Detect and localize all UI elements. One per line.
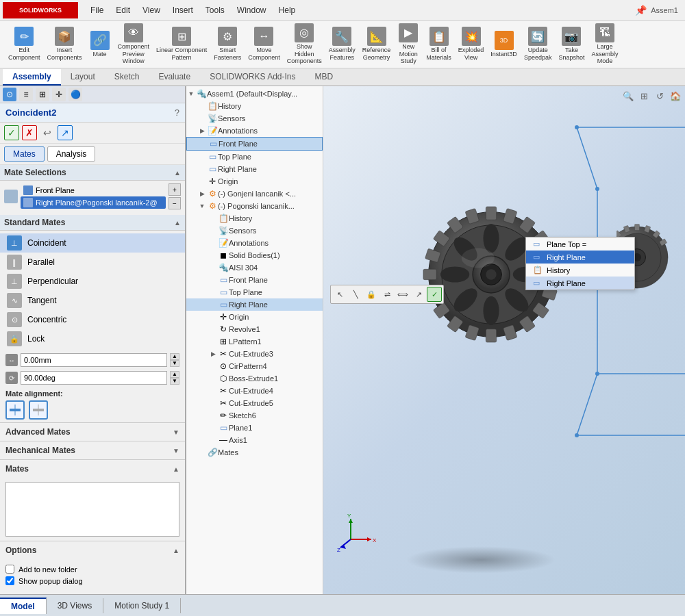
angle-down-btn[interactable]: ▼ xyxy=(170,378,179,385)
tree-node-top-plane2[interactable]: ▭ Top Plane xyxy=(186,286,323,298)
cancel-button[interactable]: ✗ xyxy=(22,125,37,140)
menu-help[interactable]: Help xyxy=(273,4,301,16)
float-external-btn[interactable]: ↗ xyxy=(411,287,426,302)
tree-node-boss-extrude1[interactable]: ⬡ Boss-Extrude1 xyxy=(186,372,323,385)
tree-node-cut-extrude5[interactable]: ✂ Cut-Extrude5 xyxy=(186,397,323,409)
float-confirm-btn[interactable]: ✓ xyxy=(427,287,442,302)
mate-coincident[interactable]: ⊥ Coincident xyxy=(0,233,185,253)
tab-assembly[interactable]: Assembly xyxy=(3,69,61,86)
options-header[interactable]: Options ▲ xyxy=(0,541,185,559)
tree-node-history2[interactable]: 📋 History xyxy=(186,212,323,224)
float-link-btn[interactable]: ⟺ xyxy=(395,287,410,302)
tree-node-cirpattern4[interactable]: ⊙ CirPattern4 xyxy=(186,360,323,372)
popup-item-right-plane-2[interactable]: ▭ Right Plane xyxy=(526,277,634,290)
mate-remove-btn[interactable]: − xyxy=(169,197,181,209)
toolbar-large-assembly[interactable]: 🏗 LargeAssemblyMode xyxy=(588,22,621,66)
align-btn-1[interactable] xyxy=(5,400,25,420)
tree-node-cut-extrude4[interactable]: ✂ Cut-Extrude4 xyxy=(186,385,323,397)
panel-icon-3[interactable]: ⊞ xyxy=(36,88,49,101)
vp-home-icon[interactable]: 🏠 xyxy=(669,89,682,103)
tree-node-annotations[interactable]: ▶ 📝 Annotations xyxy=(186,125,323,137)
menu-window[interactable]: Window xyxy=(232,4,272,16)
tab-layout[interactable]: Layout xyxy=(61,69,105,86)
tab-mbd[interactable]: MBD xyxy=(306,69,343,86)
vp-search-icon[interactable]: 🔍 xyxy=(621,89,635,103)
tree-node-solid-bodies[interactable]: ◼ Solid Bodies(1) xyxy=(186,249,323,261)
mate-perpendicular[interactable]: ⊥ Perpendicular xyxy=(0,272,185,291)
toolbar-mate[interactable]: 🔗 Mate xyxy=(86,29,114,60)
tree-node-mates[interactable]: 🔗 Mates xyxy=(186,446,323,459)
tree-node-pogonski[interactable]: ▼ ⚙ (-) Pogonski lancanik... xyxy=(186,200,323,212)
statusbar-tab-model[interactable]: Model xyxy=(0,598,47,614)
new-folder-checkbox[interactable] xyxy=(5,565,14,574)
mechanical-mates-header[interactable]: Mechanical Mates ▼ xyxy=(0,441,185,459)
tree-node-axis1[interactable]: — Axis1 xyxy=(186,434,323,446)
tree-node-sensors2[interactable]: 📡 Sensors xyxy=(186,224,323,237)
toolbar-bill-of-materials[interactable]: 📋 Bill ofMaterials xyxy=(423,25,454,63)
help-button[interactable]: ? xyxy=(175,107,179,118)
tree-root-expand[interactable]: ▼ xyxy=(186,90,196,97)
tab-sketch[interactable]: Sketch xyxy=(105,69,149,86)
tab-mates[interactable]: Mates xyxy=(4,146,45,162)
popup-item-right-plane[interactable]: ▭ Right Plane xyxy=(526,251,634,264)
tree-node-sensors[interactable]: 📡 Sensors xyxy=(186,112,323,125)
float-line-btn[interactable]: ╲ xyxy=(348,287,363,302)
mate-item-right-plane[interactable]: Right Plane@Pogonski lancanik-2@ xyxy=(21,196,166,209)
tree-pogonski-expand[interactable]: ▼ xyxy=(197,203,207,209)
float-lock-btn[interactable]: 🔒 xyxy=(364,287,379,302)
tree-node-gonji[interactable]: ▶ ⚙ (-) Gonjeni lancanik <... xyxy=(186,188,323,200)
popup-item-plane-top[interactable]: ▭ Plane Top = xyxy=(526,238,634,251)
menu-view[interactable]: View xyxy=(137,4,166,16)
tree-node-lpattern1[interactable]: ⊞ LPattern1 xyxy=(186,335,323,348)
toolbar-linear-component[interactable]: ⊞ Linear ComponentPattern xyxy=(153,25,210,63)
tree-node-history[interactable]: 📋 History xyxy=(186,100,323,112)
toolbar-insert-components[interactable]: 📦 InsertComponents xyxy=(45,25,85,63)
vp-grid-icon[interactable]: ⊞ xyxy=(637,89,651,103)
mate-lock[interactable]: 🔒 Lock xyxy=(0,329,185,348)
tree-cut-extrude3-expand[interactable]: ▶ xyxy=(208,350,218,357)
tree-node-revolve1[interactable]: ↻ Revolve1 xyxy=(186,323,323,335)
align-btn-2[interactable] xyxy=(29,400,48,420)
tree-node-annotations2[interactable]: 📝 Annotations xyxy=(186,237,323,249)
distance-down-btn[interactable]: ▼ xyxy=(170,360,179,367)
menu-file[interactable]: File xyxy=(85,4,109,16)
confirm-button[interactable]: ✓ xyxy=(4,125,19,140)
advanced-mates-header[interactable]: Advanced Mates ▼ xyxy=(0,423,185,441)
toolbar-assembly-features[interactable]: 🔧 AssemblyFeatures xyxy=(326,25,358,63)
toolbar-instant3d[interactable]: 3D Instant3D xyxy=(488,29,520,60)
float-mirror-btn[interactable]: ⇌ xyxy=(379,287,395,302)
tab-evaluate[interactable]: Evaluate xyxy=(149,69,200,86)
distance-input[interactable] xyxy=(21,353,167,367)
show-popup-checkbox[interactable] xyxy=(5,576,14,585)
toolbar-show-hidden[interactable]: ◎ ShowHiddenComponents xyxy=(284,22,325,66)
more-button[interactable]: ↗ xyxy=(58,125,73,140)
tree-node-front-plane[interactable]: ▭ Front Plane xyxy=(186,137,323,151)
toolbar-update-speedpak[interactable]: 🔄 UpdateSpeedpak xyxy=(521,25,555,63)
pin-icon[interactable]: 📌 xyxy=(635,5,647,16)
panel-icon-5[interactable]: 🔵 xyxy=(68,88,82,101)
tree-gonji-expand[interactable]: ▶ xyxy=(197,190,207,197)
popup-item-history[interactable]: 📋 History xyxy=(526,264,634,277)
tree-node-right-plane2[interactable]: ▭ Right Plane xyxy=(186,298,323,311)
statusbar-tab-motion-study[interactable]: Motion Study 1 xyxy=(103,598,181,613)
vp-rotate-icon[interactable]: ↺ xyxy=(653,89,667,103)
tree-node-origin[interactable]: ✛ Origin xyxy=(186,175,323,188)
tree-node-cut-extrude3[interactable]: ▶ ✂ Cut-Extrude3 xyxy=(186,348,323,360)
tab-addins[interactable]: SOLIDWORKS Add-Ins xyxy=(200,69,305,86)
toolbar-reference-geometry[interactable]: 📐 ReferenceGeometry xyxy=(360,25,394,63)
toolbar-new-motion-study[interactable]: ▶ NewMotionStudy xyxy=(395,22,422,66)
statusbar-tab-3dviews[interactable]: 3D Views xyxy=(47,598,103,613)
menu-edit[interactable]: Edit xyxy=(110,4,136,16)
float-select-btn[interactable]: ↖ xyxy=(332,287,347,302)
mate-tangent[interactable]: ∿ Tangent xyxy=(0,291,185,310)
mates-section-header[interactable]: Mates ▲ xyxy=(0,460,185,478)
tree-node-front-plane2[interactable]: ▭ Front Plane xyxy=(186,274,323,286)
tree-node-plane1[interactable]: ▭ Plane1 xyxy=(186,422,323,434)
toolbar-take-snapshot[interactable]: 📷 TakeSnapshot xyxy=(556,25,587,63)
mate-concentric[interactable]: ⊙ Concentric xyxy=(0,310,185,329)
tree-annotations-expand[interactable]: ▶ xyxy=(197,127,207,134)
distance-up-btn[interactable]: ▲ xyxy=(170,353,179,360)
mate-add-btn[interactable]: + xyxy=(169,183,181,196)
panel-icon-4[interactable]: ✛ xyxy=(52,88,66,101)
angle-up-btn[interactable]: ▲ xyxy=(170,371,179,378)
